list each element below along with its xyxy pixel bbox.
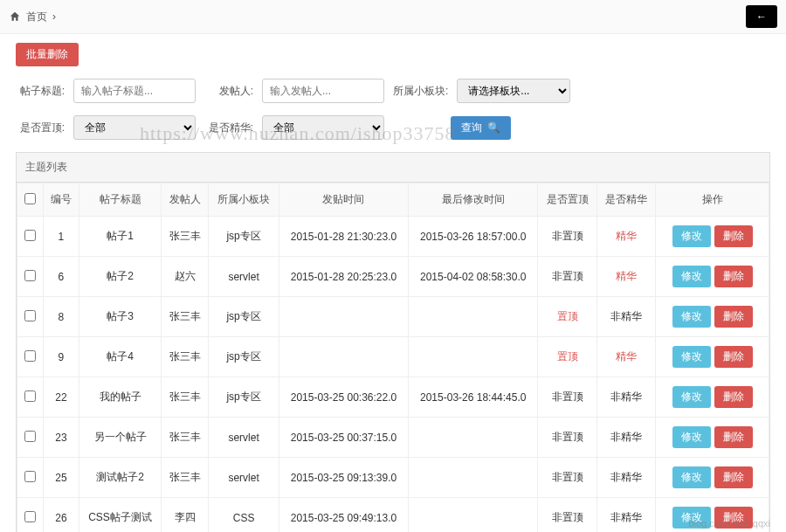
edit-button[interactable]: 修改 bbox=[672, 346, 711, 368]
list-panel: 主题列表 编号 帖子标题 发帖人 所属小板块 发贴时间 最后修改时间 是否置顶 … bbox=[16, 152, 770, 532]
col-id: 编号 bbox=[44, 183, 79, 217]
edit-button[interactable]: 修改 bbox=[672, 466, 711, 488]
delete-button[interactable]: 删除 bbox=[714, 466, 753, 488]
back-button[interactable]: ← bbox=[746, 5, 777, 28]
col-lastmod: 最后修改时间 bbox=[409, 183, 538, 217]
delete-button[interactable]: 删除 bbox=[714, 346, 753, 368]
cell-ops: 修改删除 bbox=[656, 297, 769, 337]
cell-posttime: 2015-03-25 09:13:39.0 bbox=[279, 458, 408, 498]
cell-poster: 张三丰 bbox=[162, 377, 209, 418]
col-ops: 操作 bbox=[656, 183, 769, 217]
cell-lastmod bbox=[409, 297, 538, 337]
panel-title: 主题列表 bbox=[17, 153, 769, 183]
row-checkbox[interactable] bbox=[24, 431, 36, 442]
search-icon: 🔍 bbox=[487, 121, 500, 134]
cell-title: 帖子1 bbox=[79, 217, 162, 257]
table-header-row: 编号 帖子标题 发帖人 所属小板块 发贴时间 最后修改时间 是否置顶 是否精华 … bbox=[17, 183, 769, 217]
col-checkbox bbox=[17, 183, 44, 217]
cell-board: servlet bbox=[209, 458, 279, 498]
cell-top: 非置顶 bbox=[538, 418, 596, 458]
poster-input[interactable] bbox=[262, 79, 384, 103]
row-checkbox[interactable] bbox=[24, 471, 36, 482]
title-input[interactable] bbox=[73, 79, 196, 103]
breadcrumb-sep: › bbox=[52, 10, 56, 23]
top-select[interactable]: 全部 bbox=[73, 115, 196, 140]
cell-posttime: 2015-01-28 21:30:23.0 bbox=[279, 217, 408, 257]
cell-elite: 非精华 bbox=[596, 498, 655, 533]
breadcrumb: 首页 › bbox=[9, 10, 56, 24]
row-checkbox[interactable] bbox=[24, 310, 36, 321]
edit-button[interactable]: 修改 bbox=[672, 266, 711, 287]
cell-poster: 张三丰 bbox=[162, 297, 209, 337]
cell-lastmod: 2015-04-02 08:58:30.0 bbox=[409, 257, 538, 297]
filter-row-2: 是否置顶: 全部 是否精华: 全部 查询 🔍 bbox=[16, 115, 770, 140]
cell-top: 非置顶 bbox=[538, 458, 596, 498]
edit-button[interactable]: 修改 bbox=[672, 306, 711, 328]
delete-button[interactable]: 删除 bbox=[714, 386, 753, 408]
elite-label: 是否精华: bbox=[204, 121, 253, 135]
cell-posttime: 2015-01-28 20:25:23.0 bbox=[279, 257, 408, 297]
home-icon bbox=[9, 10, 21, 23]
table-row: 25测试帖子2张三丰servlet2015-03-25 09:13:39.0非置… bbox=[17, 458, 769, 498]
delete-button[interactable]: 删除 bbox=[714, 266, 753, 287]
cell-board: servlet bbox=[209, 418, 279, 458]
cell-id: 23 bbox=[44, 418, 79, 458]
cell-elite: 非精华 bbox=[596, 458, 655, 498]
cell-ops: 修改删除 bbox=[656, 498, 769, 533]
row-checkbox[interactable] bbox=[24, 230, 36, 241]
cell-top: 置顶 bbox=[538, 337, 596, 377]
posts-table: 编号 帖子标题 发帖人 所属小板块 发贴时间 最后修改时间 是否置顶 是否精华 … bbox=[17, 183, 769, 532]
row-checkbox[interactable] bbox=[24, 350, 36, 362]
search-button[interactable]: 查询 🔍 bbox=[451, 116, 511, 140]
filter-row-1: 帖子标题: 发帖人: 所属小板块: 请选择板块... bbox=[16, 79, 770, 103]
edit-button[interactable]: 修改 bbox=[672, 507, 711, 529]
cell-board: jsp专区 bbox=[209, 217, 279, 257]
table-row: 22我的帖子张三丰jsp专区2015-03-25 00:36:22.02015-… bbox=[17, 377, 769, 418]
cell-top: 置顶 bbox=[538, 297, 596, 337]
cell-ops: 修改删除 bbox=[656, 337, 769, 377]
delete-button[interactable]: 删除 bbox=[714, 507, 753, 529]
cell-ops: 修改删除 bbox=[656, 257, 769, 297]
select-all-checkbox[interactable] bbox=[24, 193, 36, 204]
filters: 帖子标题: 发帖人: 所属小板块: 请选择板块... 是否置顶: 全部 是否精华… bbox=[16, 79, 770, 140]
col-poster: 发帖人 bbox=[162, 183, 209, 217]
cell-poster: 张三丰 bbox=[162, 217, 209, 257]
cell-elite: 非精华 bbox=[596, 377, 655, 418]
cell-board: servlet bbox=[209, 257, 279, 297]
col-title: 帖子标题 bbox=[79, 183, 162, 217]
cell-elite: 非精华 bbox=[596, 418, 655, 458]
row-checkbox[interactable] bbox=[24, 511, 36, 522]
cell-board: jsp专区 bbox=[209, 297, 279, 337]
cell-top: 非置顶 bbox=[538, 377, 596, 418]
cell-lastmod bbox=[409, 418, 538, 458]
cell-poster: 李四 bbox=[162, 498, 209, 533]
delete-button[interactable]: 删除 bbox=[714, 426, 753, 448]
table-row: 1帖子1张三丰jsp专区2015-01-28 21:30:23.02015-03… bbox=[17, 217, 769, 257]
board-select[interactable]: 请选择板块... bbox=[457, 79, 570, 103]
cell-posttime bbox=[279, 297, 408, 337]
cell-title: 测试帖子2 bbox=[79, 458, 162, 498]
row-checkbox[interactable] bbox=[24, 270, 36, 281]
cell-id: 6 bbox=[44, 257, 79, 297]
top-label: 是否置顶: bbox=[16, 121, 65, 135]
row-checkbox[interactable] bbox=[24, 390, 36, 402]
cell-top: 非置顶 bbox=[538, 217, 596, 257]
table-row: 23另一个帖子张三丰servlet2015-03-25 00:37:15.0非置… bbox=[17, 418, 769, 458]
edit-button[interactable]: 修改 bbox=[672, 225, 711, 247]
cell-board: jsp专区 bbox=[209, 337, 279, 377]
table-row: 6帖子2赵六servlet2015-01-28 20:25:23.02015-0… bbox=[17, 257, 769, 297]
delete-button[interactable]: 删除 bbox=[714, 306, 753, 328]
poster-label: 发帖人: bbox=[204, 84, 253, 99]
cell-poster: 张三丰 bbox=[162, 458, 209, 498]
breadcrumb-home[interactable]: 首页 bbox=[26, 10, 47, 24]
cell-title: 我的帖子 bbox=[79, 377, 162, 418]
cell-id: 8 bbox=[44, 297, 79, 337]
elite-select[interactable]: 全部 bbox=[262, 115, 384, 140]
delete-button[interactable]: 删除 bbox=[714, 225, 753, 247]
col-posttime: 发贴时间 bbox=[279, 183, 408, 217]
edit-button[interactable]: 修改 bbox=[672, 386, 711, 408]
edit-button[interactable]: 修改 bbox=[672, 426, 711, 448]
cell-lastmod bbox=[409, 498, 538, 533]
batch-delete-button[interactable]: 批量删除 bbox=[16, 43, 79, 66]
title-label: 帖子标题: bbox=[16, 84, 65, 99]
